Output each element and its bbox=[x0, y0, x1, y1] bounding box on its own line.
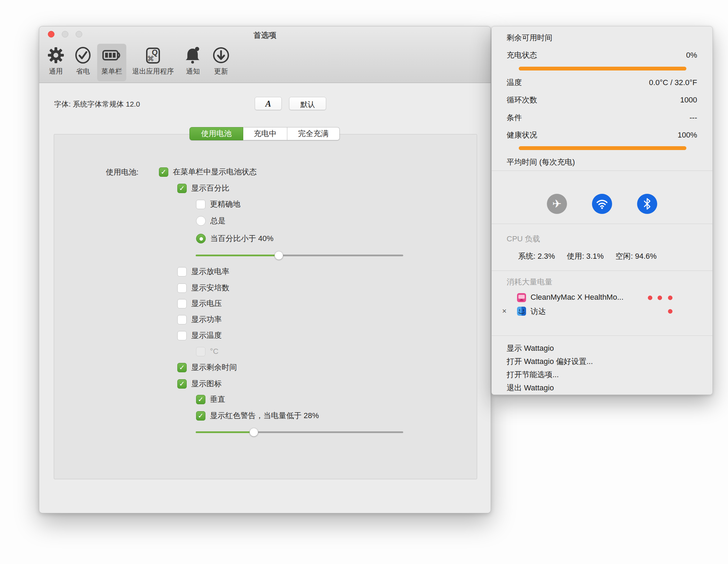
checkbox-row-vertical[interactable]: 垂直 bbox=[196, 395, 225, 404]
slider-fill bbox=[196, 431, 254, 433]
toolbar-item-general[interactable]: 通用 bbox=[41, 44, 70, 81]
toolbar-item-update[interactable]: 更新 bbox=[206, 44, 236, 81]
separator bbox=[492, 171, 712, 171]
energy-header: 消耗大量电量 bbox=[507, 277, 552, 287]
charge-progress-bar bbox=[519, 67, 686, 70]
checkbox-row-celsius: °C bbox=[196, 347, 219, 356]
wifi-toggle[interactable] bbox=[592, 194, 612, 214]
energy-app-name: CleanMyMac X HealthMo... bbox=[531, 293, 624, 302]
close-app-icon[interactable]: × bbox=[502, 307, 507, 316]
toolbar-label-general: 通用 bbox=[49, 67, 63, 76]
toolbar-label-update: 更新 bbox=[214, 67, 228, 76]
stat-row-cycles: 循环次数 1000 bbox=[507, 95, 697, 105]
battery-icon bbox=[102, 44, 121, 67]
checkbox-row-red-warning[interactable]: 显示红色警告，当电量低于 28% bbox=[196, 411, 319, 421]
menu-item-open-energy-saver[interactable]: 打开节能选项... bbox=[507, 369, 702, 380]
checkbox-red-warning[interactable] bbox=[196, 411, 205, 421]
energy-dot bbox=[668, 309, 672, 314]
checkbox-show-voltage[interactable] bbox=[177, 299, 187, 308]
window-title: 首选项 bbox=[39, 30, 491, 41]
toolbar-label-notifications: 通知 bbox=[186, 67, 200, 76]
status-menu-panel: 剩余可用时间 充电状态 0% 温度 0.0°C / 32.0°F 循环次数 10… bbox=[491, 26, 713, 395]
checkbox-show-icon[interactable] bbox=[177, 379, 187, 389]
check-circle-icon bbox=[74, 44, 92, 67]
checkbox-show-battery-status[interactable] bbox=[159, 167, 168, 177]
tab-charging[interactable]: 充电中 bbox=[243, 127, 287, 140]
airplane-mode-toggle[interactable]: ✈ bbox=[547, 194, 567, 214]
bell-icon bbox=[184, 44, 202, 67]
checkbox-row-show-icon[interactable]: 显示图标 bbox=[177, 379, 222, 389]
bluetooth-toggle[interactable] bbox=[637, 194, 657, 214]
download-circle-icon bbox=[212, 44, 230, 67]
radio-row-always[interactable]: 总是 bbox=[196, 216, 226, 226]
separator bbox=[492, 335, 712, 336]
radio-when-percentage-below[interactable] bbox=[196, 234, 206, 243]
toolbar-label-power-saving: 省电 bbox=[76, 67, 90, 76]
checkbox-show-temperature[interactable] bbox=[177, 331, 187, 340]
cpu-user-value: 使用: 3.1% bbox=[567, 251, 603, 262]
separator bbox=[492, 271, 712, 271]
toolbar-item-power-saving[interactable]: 省电 bbox=[68, 44, 98, 81]
health-progress-bar bbox=[519, 146, 686, 150]
radio-row-when-below[interactable]: 当百分比小于 40% bbox=[196, 234, 273, 243]
tab-fully-charged[interactable]: 完全充满 bbox=[287, 127, 340, 140]
checkbox-show-amperage[interactable] bbox=[177, 283, 187, 293]
energy-dot bbox=[658, 296, 662, 300]
menu-item-quit-wattagio[interactable]: 退出 Wattagio bbox=[507, 382, 702, 393]
svg-text:⌘: ⌘ bbox=[147, 55, 154, 63]
slider-thumb[interactable] bbox=[249, 428, 258, 437]
toolbar-item-quit-apps[interactable]: Q ⌘ 退出应用程序 bbox=[130, 44, 176, 81]
bluetooth-icon bbox=[643, 198, 651, 210]
toolbar-label-quit-apps: 退出应用程序 bbox=[132, 67, 174, 76]
checkbox-row-discharge-rate[interactable]: 显示放电率 bbox=[177, 267, 229, 276]
checkbox-row-wattage[interactable]: 显示功率 bbox=[177, 315, 222, 324]
cleanmymac-icon bbox=[517, 293, 526, 302]
checkbox-vertical[interactable] bbox=[196, 395, 205, 404]
checkbox-row-show-percentage[interactable]: 显示百分比 bbox=[177, 183, 229, 193]
checkbox-show-discharge-rate[interactable] bbox=[177, 267, 187, 276]
stat-row-temperature: 温度 0.0°C / 32.0°F bbox=[507, 78, 697, 88]
stat-row-average-time: 平均时间 (每次充电) bbox=[507, 157, 697, 167]
toolbar-label-menubar: 菜单栏 bbox=[101, 67, 122, 76]
default-button[interactable]: 默认 bbox=[289, 97, 326, 110]
cpu-load-header: CPU 负载 bbox=[507, 234, 540, 244]
toolbar-item-menubar[interactable]: 菜单栏 bbox=[97, 44, 126, 81]
cmd-q-icon: Q ⌘ bbox=[145, 44, 161, 67]
checkbox-row-voltage[interactable]: 显示电压 bbox=[177, 299, 222, 308]
preferences-window: 首选项 bbox=[39, 26, 491, 513]
toolbar-item-notifications[interactable]: 通知 bbox=[178, 44, 208, 81]
menu-item-open-preferences[interactable]: 打开 Wattagio 偏好设置... bbox=[507, 356, 702, 367]
energy-app-row-finder[interactable]: × 访达 bbox=[492, 306, 712, 316]
checkbox-row-show-battery-status[interactable]: 在菜单栏中显示电池状态 bbox=[159, 167, 257, 177]
percentage-threshold-slider[interactable] bbox=[196, 250, 403, 260]
energy-dot bbox=[668, 296, 672, 300]
checkbox-row-time-remaining[interactable]: 显示剩余时间 bbox=[177, 363, 237, 372]
group-label-on-battery: 使用电池: bbox=[54, 167, 138, 177]
cpu-idle-value: 空闲: 94.6% bbox=[616, 251, 657, 262]
slider-thumb[interactable] bbox=[274, 251, 283, 260]
checkbox-row-more-precise[interactable]: 更精确地 bbox=[196, 199, 240, 209]
slider-fill bbox=[196, 255, 279, 256]
checkbox-show-percentage[interactable] bbox=[177, 184, 187, 193]
energy-dot bbox=[648, 296, 652, 300]
radio-always[interactable] bbox=[196, 216, 206, 226]
cpu-system-value: 系统: 2.3% bbox=[518, 251, 555, 262]
tab-on-battery[interactable]: 使用电池 bbox=[189, 127, 243, 140]
red-warning-slider[interactable] bbox=[196, 427, 403, 437]
stat-row-time-remaining: 剩余可用时间 bbox=[507, 33, 697, 43]
checkbox-show-wattage[interactable] bbox=[177, 315, 187, 324]
menu-item-show-wattagio[interactable]: 显示 Wattagio bbox=[507, 343, 702, 354]
energy-app-row-cleanmymac[interactable]: CleanMyMac X HealthMo... bbox=[492, 292, 712, 303]
stat-row-health: 健康状况 100% bbox=[507, 130, 697, 140]
titlebar: 首选项 bbox=[39, 26, 491, 83]
stat-row-charge-state: 充电状态 0% bbox=[507, 50, 697, 60]
checkbox-more-precise[interactable] bbox=[196, 200, 205, 209]
battery-mode-tabs: 使用电池 充电中 完全充满 bbox=[189, 127, 340, 140]
airplane-icon: ✈ bbox=[552, 198, 562, 209]
font-picker-button[interactable]: A bbox=[255, 97, 282, 110]
separator bbox=[492, 224, 712, 224]
checkbox-row-temperature[interactable]: 显示温度 bbox=[177, 331, 222, 340]
wifi-icon bbox=[596, 199, 608, 209]
checkbox-row-amperage[interactable]: 显示安培数 bbox=[177, 283, 229, 293]
checkbox-show-time-remaining[interactable] bbox=[177, 363, 187, 372]
